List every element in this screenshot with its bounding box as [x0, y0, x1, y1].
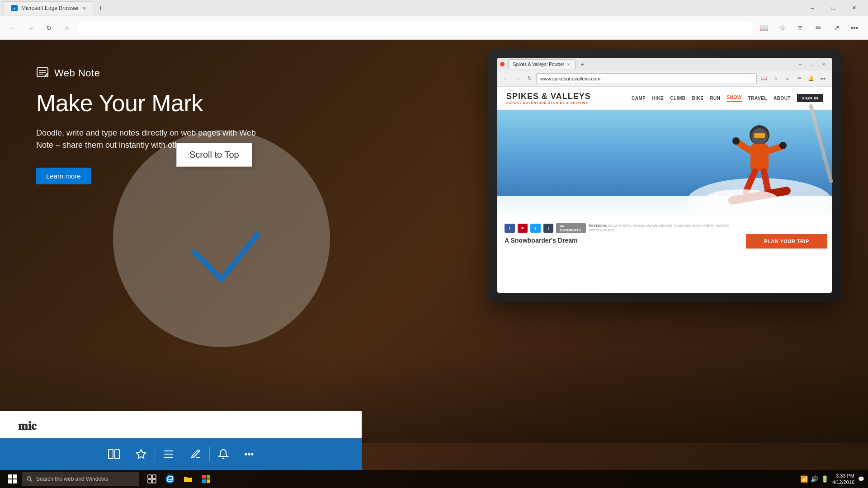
svg-rect-24	[164, 454, 173, 455]
tab-close-button[interactable]: ✕	[82, 5, 86, 11]
site-article-info: f P t t 44 COMMENTS POSTED IN: SNOW SPOR…	[497, 219, 741, 264]
maximize-button[interactable]: □	[823, 0, 844, 16]
inner-bell-icon[interactable]: 🔔	[806, 73, 816, 84]
nav-about[interactable]: ABOUT	[774, 96, 791, 101]
social-share-bar: f P t t 44 COMMENTS POSTED IN: SNOW SPOR…	[505, 223, 734, 233]
inner-url-bar[interactable]: www.spikesandvalleys.com	[536, 73, 757, 84]
bottom-more-button[interactable]: •••	[237, 438, 261, 470]
system-tray-icons: 📶 🔊 🔋	[800, 475, 829, 483]
hub-icon[interactable]: ≡	[792, 20, 808, 36]
inner-minimize[interactable]: ─	[795, 59, 806, 69]
taskbar-task-view[interactable]	[143, 470, 161, 488]
nav-climb[interactable]: CLIMB	[670, 96, 685, 101]
inner-address-bar: ← → ↻ www.spikesandvalleys.com 📖 ☆ ≡ ✏ 🔔…	[497, 70, 832, 87]
device-screen: Spikes & Valleys: Powder ✕ + ─ □ ✕	[497, 58, 832, 293]
inner-tab-bar: Spikes & Valleys: Powder ✕ + ─ □ ✕	[497, 58, 832, 70]
twitter-share[interactable]: t	[530, 224, 541, 233]
nav-bike[interactable]: BIKE	[692, 96, 703, 101]
learn-more-button[interactable]: Learn more	[36, 168, 91, 184]
nav-snow[interactable]: SNOW	[727, 95, 742, 102]
share-icon[interactable]: ↗	[828, 20, 844, 36]
nav-run[interactable]: RUN	[710, 96, 720, 101]
more-icon[interactable]: •••	[846, 20, 863, 36]
inner-tab-close[interactable]: ✕	[567, 62, 571, 67]
inner-more-icon[interactable]: •••	[817, 73, 828, 84]
inner-browser: Spikes & Valleys: Powder ✕ + ─ □ ✕	[497, 58, 832, 293]
inner-note-icon[interactable]: ✏	[794, 73, 805, 84]
volume-icon: 🔊	[811, 475, 818, 483]
plan-trip-area: PLAN YOUR TRIP	[741, 219, 832, 264]
sign-in-button[interactable]: SIGN IN	[797, 94, 823, 102]
back-button[interactable]: ←	[5, 21, 20, 35]
web-note-icon[interactable]: ✏	[810, 20, 826, 36]
minimize-button[interactable]: ─	[802, 0, 823, 16]
notification-icon[interactable]: 💬	[858, 476, 864, 482]
favorites-icon[interactable]: ☆	[774, 20, 790, 36]
browser-tab[interactable]: e Microsoft Edge Browser ✕	[4, 1, 94, 15]
reading-view-icon[interactable]: 📖	[756, 20, 772, 36]
url-input[interactable]	[78, 21, 752, 35]
site-bottom-content: f P t t 44 COMMENTS POSTED IN: SNOW SPOR…	[497, 219, 832, 264]
nav-hike[interactable]: HIKE	[652, 96, 664, 101]
svg-rect-26	[8, 474, 12, 479]
close-button[interactable]: ✕	[844, 0, 864, 16]
tumblr-share[interactable]: t	[543, 224, 554, 233]
bottom-reading-tool[interactable]	[100, 438, 127, 470]
svg-rect-34	[148, 479, 151, 483]
new-tab-button[interactable]: +	[94, 2, 107, 14]
taskbar-search-bar[interactable]: Search the web and Windows	[22, 472, 139, 486]
inner-maximize[interactable]: □	[807, 59, 817, 69]
svg-rect-40	[207, 479, 210, 483]
forward-button[interactable]: →	[24, 21, 38, 35]
svg-rect-37	[202, 475, 206, 479]
web-note-section-icon	[36, 67, 49, 80]
inner-new-tab-button[interactable]: +	[577, 59, 587, 69]
window-controls: ─ □ ✕	[802, 0, 864, 16]
taskbar-edge-icon[interactable]	[161, 470, 179, 488]
svg-marker-22	[137, 450, 146, 458]
svg-rect-20	[108, 450, 113, 459]
refresh-button[interactable]: ↻	[42, 21, 56, 35]
svg-rect-35	[152, 479, 156, 483]
posted-categories: SNOW SPORTS, SKIING, SNOWBOARDING, GEAR …	[589, 224, 729, 232]
taskbar-folder-icon[interactable]	[179, 470, 197, 488]
posted-in-area: POSTED IN: SNOW SPORTS, SKIING, SNOWBOAR…	[589, 224, 734, 233]
inner-reading-icon[interactable]: 📖	[759, 73, 769, 84]
bottom-menu-tool[interactable]	[155, 438, 182, 470]
start-button[interactable]	[4, 470, 22, 488]
svg-point-30	[27, 477, 31, 480]
inner-favorites-icon[interactable]: ☆	[770, 73, 781, 84]
svg-rect-9	[754, 133, 765, 138]
bottom-bell-tool[interactable]	[210, 438, 237, 470]
taskbar-store-icon[interactable]	[197, 470, 215, 488]
tab-favicon: e	[11, 5, 18, 11]
home-button[interactable]: ⌂	[60, 21, 74, 35]
svg-point-17	[732, 137, 740, 145]
plan-trip-button[interactable]: PLAN YOUR TRIP	[746, 234, 827, 249]
current-time: 3:33 PM	[832, 473, 854, 479]
inner-back[interactable]: ←	[501, 74, 511, 84]
hero-illustration	[497, 110, 832, 219]
inner-tab[interactable]: Spikes & Valleys: Powder ✕	[508, 59, 576, 69]
site-content: SPIKES & VALLEYS EXPERT ADVENTURE STORIE…	[497, 87, 832, 293]
svg-rect-29	[13, 479, 17, 483]
site-nav-links: CAMP HIKE CLIMB BIKE RUN SNOW TRAVEL ABO…	[632, 94, 823, 102]
nav-travel[interactable]: TRAVEL	[748, 96, 767, 101]
windows-taskbar: Search the web and Windows	[0, 470, 868, 488]
inner-hub-icon[interactable]: ≡	[782, 73, 793, 84]
inner-forward[interactable]: →	[513, 74, 523, 84]
tab-bar: e Microsoft Edge Browser ✕ + ─ □ ✕	[0, 0, 868, 16]
bottom-favorites-tool[interactable]	[127, 438, 155, 470]
inner-close[interactable]: ✕	[818, 59, 829, 69]
svg-text:𝐦𝐢𝐜: 𝐦𝐢𝐜	[18, 419, 37, 432]
nav-camp[interactable]: CAMP	[632, 96, 646, 101]
pinterest-share[interactable]: P	[518, 224, 528, 233]
bottom-annotate-tool[interactable]	[182, 438, 209, 470]
comments-button[interactable]: 44 COMMENTS	[556, 223, 586, 233]
inner-refresh[interactable]: ↻	[524, 74, 534, 84]
svg-rect-33	[152, 475, 156, 479]
inner-browser-icon	[500, 62, 505, 66]
facebook-share[interactable]: f	[505, 224, 515, 233]
partial-logo: 𝐦𝐢𝐜	[0, 414, 90, 438]
inner-tab-title: Spikes & Valleys: Powder	[513, 62, 564, 67]
